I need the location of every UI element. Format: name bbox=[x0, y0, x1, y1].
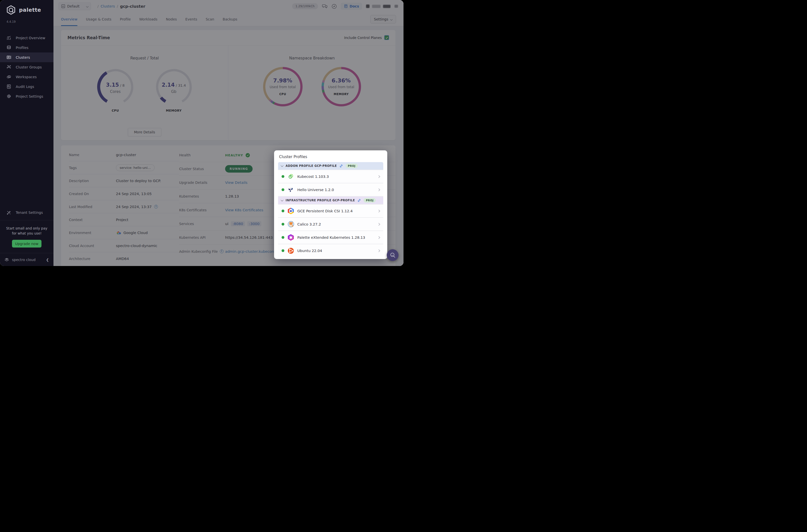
sidebar-item-audit-logs[interactable]: Audit Logs bbox=[0, 82, 54, 91]
kubecost-icon bbox=[287, 173, 294, 180]
gce-persistent-disk-icon bbox=[287, 208, 294, 214]
chevron-right-icon bbox=[377, 175, 380, 178]
sidebar-item-label: Workspaces bbox=[16, 75, 37, 79]
proj-badge: PROJ bbox=[345, 164, 358, 168]
chevron-right-icon bbox=[377, 188, 380, 191]
section-name: INFRASTRUCTURE PROFILE GCP-PROFILE bbox=[286, 198, 355, 202]
sidebar-item-cluster-groups[interactable]: Cluster Groups bbox=[0, 62, 54, 72]
status-dot bbox=[282, 210, 284, 212]
status-dot bbox=[282, 188, 284, 191]
sidebar-item-label: Project Overview bbox=[16, 36, 45, 40]
chevron-right-icon bbox=[377, 236, 380, 239]
addon-profile-header[interactable]: ADDON PROFILE GCP-PROFILE PROJ bbox=[278, 162, 383, 170]
profile-item-ubuntu[interactable]: Ubuntu 22.04 bbox=[278, 244, 383, 257]
sidebar-item-workspaces[interactable]: Workspaces bbox=[0, 72, 54, 82]
profile-item-name: Palette eXtended Kubernetes 1.28.13 bbox=[297, 235, 375, 240]
profile-item-name: Calico 3.27.2 bbox=[297, 222, 375, 226]
profile-item-palette-extended-kubernetes[interactable]: Palette eXtended Kubernetes 1.28.13 bbox=[278, 231, 383, 244]
upgrade-now-button[interactable]: Upgrade now bbox=[12, 240, 41, 248]
app-window: palette 4.4.19 Project Overview Profiles… bbox=[0, 0, 404, 266]
spectro-cloud-logo-icon bbox=[4, 257, 10, 263]
search-fab-button[interactable] bbox=[387, 249, 398, 261]
profile-item-gce-pd-csi[interactable]: GCE Persistent Disk CSI 1.12.4 bbox=[278, 205, 383, 217]
chevron-right-icon bbox=[377, 249, 380, 252]
profile-item-kubecost[interactable]: Kubecost 1.103.3 bbox=[278, 170, 383, 183]
chevron-right-icon bbox=[377, 210, 380, 212]
section-name: ADDON PROFILE GCP-PROFILE bbox=[286, 164, 337, 168]
palette-kubernetes-icon bbox=[287, 234, 294, 241]
sidebar: palette 4.4.19 Project Overview Profiles… bbox=[0, 0, 54, 266]
sidebar-collapse-icon[interactable]: ❮ bbox=[46, 258, 49, 262]
status-dot bbox=[282, 175, 284, 178]
popup-title: Cluster Profiles bbox=[279, 155, 383, 159]
cluster-profiles-popup: Cluster Profiles ADDON PROFILE GCP-PROFI… bbox=[274, 150, 387, 259]
sidebar-footer: spectro cloud ❮ bbox=[0, 253, 54, 266]
calico-icon bbox=[287, 221, 294, 228]
profile-item-name: GCE Persistent Disk CSI 1.12.4 bbox=[297, 209, 375, 213]
infrastructure-profile-header[interactable]: INFRASTRUCTURE PROFILE GCP-PROFILE PROJ bbox=[278, 196, 383, 204]
sidebar-item-tenant-settings[interactable]: Tenant Settings bbox=[0, 208, 54, 217]
tools-icon bbox=[6, 210, 11, 215]
proj-badge: PROJ bbox=[363, 198, 376, 203]
sidebar-item-clusters[interactable]: Clusters bbox=[0, 53, 54, 62]
brand: palette bbox=[0, 0, 54, 17]
sidebar-tenant-section: Tenant Settings bbox=[0, 208, 54, 217]
chevron-down-icon bbox=[281, 164, 283, 167]
ubuntu-icon bbox=[287, 248, 294, 254]
sidebar-item-profiles[interactable]: Profiles bbox=[0, 43, 54, 53]
upgrade-promo-text: Start small and only pay for what you us… bbox=[0, 220, 54, 236]
cluster-groups-icon bbox=[6, 65, 11, 70]
profile-item-calico[interactable]: Calico 3.27.2 bbox=[278, 218, 383, 230]
status-dot bbox=[282, 236, 284, 239]
brand-name: palette bbox=[19, 7, 41, 13]
profiles-list: ADDON PROFILE GCP-PROFILE PROJ Kubecost … bbox=[278, 162, 383, 257]
sidebar-item-label: Clusters bbox=[16, 55, 30, 59]
link-icon bbox=[339, 164, 343, 168]
chevron-down-icon bbox=[281, 198, 283, 201]
search-icon bbox=[390, 252, 396, 259]
profiles-icon bbox=[6, 45, 11, 50]
audit-logs-icon bbox=[6, 84, 11, 89]
profile-item-name: Hello Universe 1.2.0 bbox=[297, 188, 375, 192]
hello-universe-icon bbox=[287, 187, 294, 193]
sidebar-item-label: Profiles bbox=[16, 46, 29, 50]
sidebar-spacer bbox=[0, 101, 54, 198]
profile-item-name: Kubecost 1.103.3 bbox=[297, 175, 375, 178]
chevron-right-icon bbox=[377, 223, 380, 226]
app-version: 4.4.19 bbox=[0, 17, 54, 23]
clusters-icon bbox=[6, 55, 11, 60]
sidebar-item-project-overview[interactable]: Project Overview bbox=[0, 33, 54, 43]
profile-item-hello-universe[interactable]: Hello Universe 1.2.0 bbox=[278, 183, 383, 196]
gear-icon bbox=[6, 94, 11, 99]
link-icon bbox=[357, 198, 361, 202]
sidebar-item-label: Tenant Settings bbox=[16, 211, 43, 214]
footer-brand: spectro cloud bbox=[12, 258, 36, 262]
profile-item-name: Ubuntu 22.04 bbox=[297, 249, 375, 253]
status-dot bbox=[282, 223, 284, 226]
sidebar-item-project-settings[interactable]: Project Settings bbox=[0, 91, 54, 101]
sidebar-item-label: Cluster Groups bbox=[16, 65, 42, 69]
palette-logo-icon bbox=[6, 5, 16, 15]
sidebar-menu: Project Overview Profiles Clusters Clust… bbox=[0, 33, 54, 101]
status-dot bbox=[282, 249, 284, 252]
overview-icon bbox=[6, 36, 11, 40]
sidebar-item-label: Project Settings bbox=[16, 94, 43, 98]
workspaces-icon bbox=[6, 74, 11, 79]
sidebar-item-label: Audit Logs bbox=[16, 85, 34, 89]
